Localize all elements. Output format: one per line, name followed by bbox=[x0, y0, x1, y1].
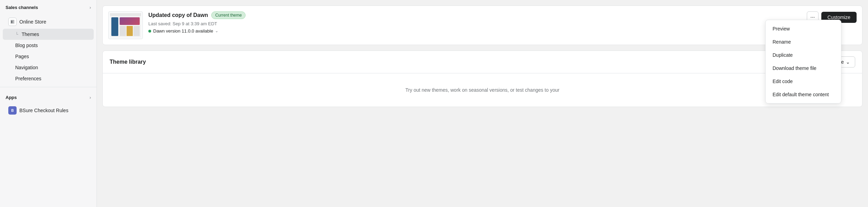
sidebar-item-preferences[interactable]: Preferences bbox=[3, 73, 94, 84]
sidebar: Sales channels › Online Store └ Themes B… bbox=[0, 0, 97, 207]
online-store-label: Online Store bbox=[19, 19, 46, 25]
dropdown-item-preview[interactable]: Preview bbox=[766, 22, 841, 35]
themes-label: Themes bbox=[22, 32, 39, 37]
sidebar-item-app[interactable]: B BSure Checkout Rules bbox=[3, 104, 94, 117]
theme-name: Updated copy of Dawn bbox=[148, 12, 208, 18]
sidebar-item-navigation[interactable]: Navigation bbox=[3, 62, 94, 73]
main-content: Updated copy of Dawn Current theme Last … bbox=[97, 0, 868, 207]
add-theme-chevron-icon: ⌄ bbox=[846, 59, 850, 65]
version-dot-icon bbox=[148, 30, 151, 33]
version-row: Dawn version 11.0.0 available ⌄ bbox=[148, 28, 801, 34]
dropdown-item-download[interactable]: Download theme file bbox=[766, 62, 841, 75]
dropdown-item-edit-default[interactable]: Edit default theme content bbox=[766, 88, 841, 101]
indent-icon: └ bbox=[15, 32, 18, 37]
theme-last-saved: Last saved: Sep 9 at 3:39 am EDT bbox=[148, 21, 801, 26]
sales-channels-label: Sales channels bbox=[6, 5, 38, 10]
online-store-icon bbox=[8, 18, 17, 26]
theme-library-card: Theme library Add theme ⌄ Try out new th… bbox=[102, 51, 862, 107]
sidebar-item-themes[interactable]: └ Themes bbox=[3, 29, 94, 40]
apps-section[interactable]: Apps › bbox=[0, 90, 96, 104]
dropdown-item-rename[interactable]: Rename bbox=[766, 35, 841, 48]
current-theme-badge: Current theme bbox=[211, 11, 246, 19]
svg-rect-2 bbox=[13, 20, 14, 21]
app-icon: B bbox=[8, 106, 17, 115]
navigation-label: Navigation bbox=[15, 65, 38, 70]
sales-channels-chevron-icon: › bbox=[90, 5, 91, 10]
sales-channels-section[interactable]: Sales channels › bbox=[0, 0, 96, 14]
svg-rect-3 bbox=[13, 22, 14, 23]
theme-library-empty-text: Try out new themes, work on seasonal ver… bbox=[405, 87, 559, 93]
sidebar-item-online-store[interactable]: Online Store bbox=[3, 15, 94, 29]
theme-library-title: Theme library bbox=[110, 59, 146, 65]
theme-title-row: Updated copy of Dawn Current theme bbox=[148, 11, 801, 19]
preferences-label: Preferences bbox=[15, 76, 41, 81]
version-chevron-icon: ⌄ bbox=[215, 29, 218, 33]
current-theme-card: Updated copy of Dawn Current theme Last … bbox=[102, 6, 862, 45]
sidebar-divider bbox=[0, 87, 96, 87]
theme-info: Updated copy of Dawn Current theme Last … bbox=[148, 11, 801, 34]
version-text: Dawn version 11.0.0 available bbox=[153, 28, 213, 34]
apps-chevron-icon: › bbox=[90, 95, 91, 100]
theme-library-empty: Try out new themes, work on seasonal ver… bbox=[103, 73, 862, 107]
pages-label: Pages bbox=[15, 54, 29, 59]
dropdown-item-duplicate[interactable]: Duplicate bbox=[766, 48, 841, 62]
svg-rect-1 bbox=[11, 20, 12, 23]
theme-library-header: Theme library Add theme ⌄ bbox=[103, 51, 862, 73]
dropdown-menu: Preview Rename Duplicate Download theme … bbox=[765, 20, 841, 104]
dropdown-item-edit-code[interactable]: Edit code bbox=[766, 75, 841, 88]
app-name: BSure Checkout Rules bbox=[19, 108, 68, 113]
blog-posts-label: Blog posts bbox=[15, 43, 38, 48]
sidebar-item-pages[interactable]: Pages bbox=[3, 51, 94, 62]
apps-label: Apps bbox=[6, 95, 17, 100]
theme-thumbnail bbox=[108, 11, 143, 39]
sidebar-item-blog-posts[interactable]: Blog posts bbox=[3, 40, 94, 51]
